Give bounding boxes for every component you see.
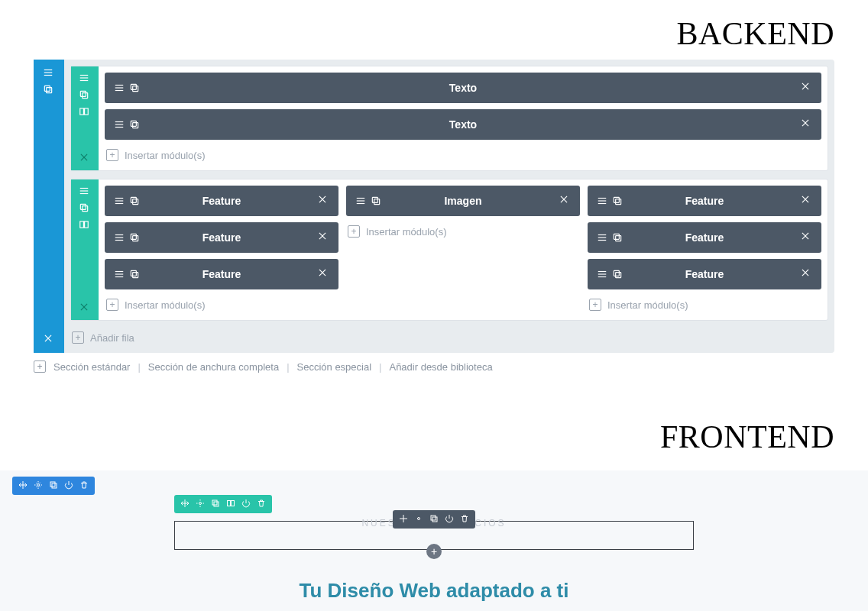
power-icon[interactable] [445, 512, 454, 526]
row: Feature Feature Feature [70, 179, 828, 321]
svg-rect-33 [83, 206, 88, 212]
row: Texto Texto + Insertar módulo(s) [70, 66, 828, 171]
frontend-builder: NUESTROS SERVICIOS + Tu Diseño Web adapt… [0, 470, 868, 611]
frontend-canvas: NUESTROS SERVICIOS + Tu Diseño Web adapt… [0, 470, 868, 611]
frontend-inner: NUESTROS SERVICIOS + Tu Diseño Web adapt… [174, 495, 694, 611]
svg-rect-89 [52, 483, 57, 488]
column: Imagen + Insertar módulo(s) [346, 186, 580, 314]
add-module-button[interactable]: + [426, 544, 442, 559]
copy-icon[interactable] [43, 84, 55, 96]
add-from-library[interactable]: Añadir desde biblioteca [389, 361, 492, 373]
section-body: Texto Texto + Insertar módulo(s) [64, 60, 834, 353]
insert-module-button[interactable]: + Insertar módulo(s) [105, 296, 338, 314]
backend-builder: Texto Texto + Insertar módulo(s) [0, 60, 868, 373]
module[interactable]: Feature [588, 222, 821, 253]
row-toolbar-wrap [174, 495, 272, 513]
svg-point-96 [418, 518, 420, 520]
trash-icon[interactable] [460, 512, 469, 526]
column: Feature Feature Feature [105, 186, 338, 314]
row-body: Feature Feature Feature [99, 179, 828, 320]
svg-rect-92 [214, 502, 219, 506]
svg-rect-97 [432, 517, 437, 522]
copy-icon[interactable] [79, 202, 91, 215]
svg-point-88 [37, 484, 40, 487]
insert-module-button[interactable]: + Insertar módulo(s) [105, 146, 821, 164]
module-outline[interactable]: NUESTROS SERVICIOS + [174, 521, 694, 550]
add-special-section[interactable]: Sección especial [297, 361, 372, 373]
svg-rect-93 [212, 500, 217, 505]
copy-icon[interactable] [79, 89, 91, 102]
module[interactable]: Imagen [346, 186, 580, 216]
move-icon[interactable] [180, 497, 189, 511]
trash-icon[interactable] [257, 497, 266, 511]
module[interactable]: Feature [105, 186, 338, 216]
columns-icon[interactable] [226, 497, 235, 511]
power-icon[interactable] [241, 497, 251, 511]
module-title: Imagen [346, 195, 580, 207]
svg-rect-36 [85, 221, 89, 228]
gear-icon[interactable] [196, 497, 205, 511]
backend-heading: BACKEND [0, 0, 868, 60]
module[interactable]: Feature [588, 259, 821, 289]
power-icon[interactable] [64, 479, 73, 493]
copy-icon[interactable] [429, 512, 439, 526]
svg-rect-98 [431, 516, 436, 520]
trash-icon[interactable] [79, 479, 89, 493]
row-body: Texto Texto + Insertar módulo(s) [99, 66, 828, 170]
copy-icon[interactable] [211, 497, 220, 511]
row-rail [71, 179, 99, 320]
frontend-heading: FRONTEND [0, 403, 868, 463]
columns-icon[interactable] [79, 219, 91, 231]
copy-icon[interactable] [49, 479, 58, 493]
svg-rect-12 [80, 108, 84, 115]
gear-icon[interactable] [34, 479, 43, 493]
module[interactable]: Texto [105, 73, 821, 103]
module-title: Feature [105, 268, 338, 280]
insert-module-label: Insertar módulo(s) [125, 150, 205, 161]
move-icon[interactable] [399, 512, 408, 526]
insert-module-label: Insertar módulo(s) [366, 226, 446, 238]
column: Feature Feature Feature [588, 186, 821, 314]
hamburger-icon[interactable] [79, 186, 91, 198]
module[interactable]: Feature [588, 186, 821, 216]
svg-rect-13 [85, 108, 89, 115]
close-icon[interactable] [43, 333, 55, 345]
move-icon[interactable] [18, 479, 28, 493]
svg-rect-4 [44, 86, 50, 91]
gear-icon[interactable] [414, 512, 423, 526]
plus-icon: + [106, 299, 118, 311]
insert-module-label: Insertar módulo(s) [125, 299, 205, 311]
module-title: Feature [588, 268, 821, 280]
svg-rect-95 [232, 501, 235, 506]
module-title: Feature [588, 195, 821, 207]
svg-rect-90 [50, 482, 55, 487]
svg-rect-94 [228, 501, 231, 506]
module-title: Feature [105, 195, 338, 207]
section-toolbar[interactable] [12, 477, 95, 495]
module[interactable]: Feature [105, 222, 338, 253]
close-icon[interactable] [79, 302, 91, 314]
add-row-button[interactable]: + Añadir fila [70, 328, 828, 347]
module-title: Feature [105, 231, 338, 244]
module-toolbar[interactable] [393, 510, 475, 529]
insert-module-button[interactable]: + Insertar módulo(s) [588, 296, 821, 314]
plus-icon: + [348, 225, 360, 238]
plus-icon: + [106, 149, 118, 161]
columns-icon[interactable] [79, 106, 91, 118]
insert-module-button[interactable]: + Insertar módulo(s) [346, 222, 580, 241]
module[interactable]: Texto [105, 109, 821, 140]
hamburger-icon[interactable] [43, 67, 55, 79]
close-icon[interactable] [79, 152, 91, 164]
add-fullwidth-section[interactable]: Sección de anchura completa [148, 361, 279, 373]
hamburger-icon[interactable] [79, 73, 91, 85]
row-toolbar[interactable] [174, 495, 272, 513]
section: Texto Texto + Insertar módulo(s) [34, 60, 834, 353]
plus-icon: + [589, 299, 601, 311]
module-title: Texto [105, 82, 821, 94]
add-row-label: Añadir fila [90, 332, 134, 344]
plus-icon: + [72, 331, 84, 344]
svg-rect-34 [80, 204, 86, 209]
module[interactable]: Feature [105, 259, 338, 289]
module-title: Feature [588, 231, 821, 244]
add-standard-section[interactable]: Sección estándar [53, 361, 130, 373]
